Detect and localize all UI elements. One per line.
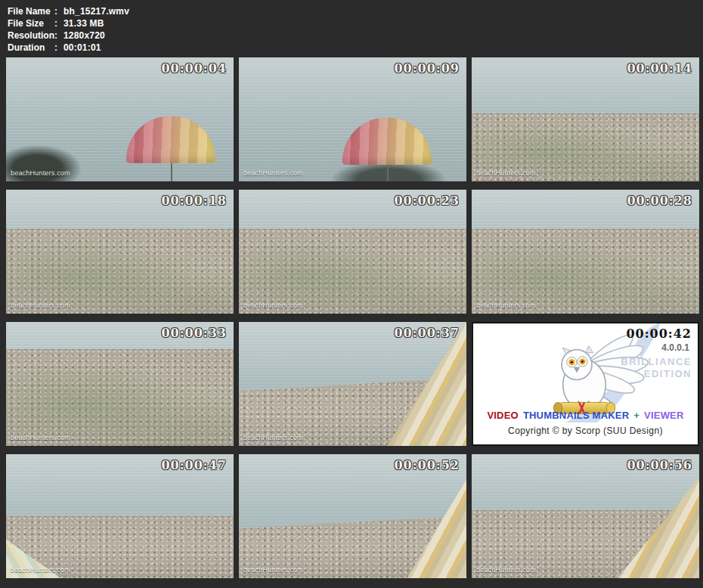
- separator: :: [54, 42, 63, 54]
- timestamp-overlay: 00:00:09: [394, 61, 460, 76]
- edition-text: BRILLIANCE EDITION: [621, 356, 692, 380]
- watermark-text: beachHunters.com: [243, 169, 303, 177]
- timestamp-overlay: 00:00:37: [394, 326, 460, 340]
- watermark-text: beachHunters.com: [476, 566, 536, 574]
- timestamp-overlay: 00:00:23: [394, 193, 460, 208]
- video-thumbnail[interactable]: 00:00:09 beachHunters.com: [239, 57, 466, 181]
- video-thumbnail[interactable]: 00:00:28 beachHunters.com: [472, 190, 699, 314]
- watermark-text: beachHunters.com: [11, 302, 70, 309]
- video-thumbnail[interactable]: 00:00:33 beachHunters.com: [6, 322, 234, 446]
- video-thumbnail[interactable]: 00:00:47 beachHunters.com: [6, 454, 234, 578]
- brand-tile: 00:00:42 4.0.0.1 BRILLIANCE EDITION VIDE…: [472, 322, 699, 446]
- video-thumbnail[interactable]: 00:00:56 beachHunters.com: [472, 454, 699, 578]
- timestamp-overlay: 00:00:18: [161, 193, 227, 208]
- timestamp-overlay: 00:00:47: [161, 458, 227, 472]
- app-title-thumbnails-maker: THUMBNAILS MAKER: [523, 410, 629, 421]
- resolution-value: 1280x720: [63, 30, 105, 41]
- separator: :: [54, 5, 63, 17]
- app-title-video: VIDEO: [487, 410, 518, 421]
- file-size-label: File Size: [8, 17, 54, 29]
- timestamp-overlay: 00:00:14: [627, 61, 692, 76]
- timestamp-overlay: 00:00:28: [627, 193, 692, 208]
- thumbnail-grid: 00:00:04 beachHunters.com 00:00:09 beach…: [6, 57, 699, 578]
- timestamp-overlay: 00:00:56: [627, 458, 692, 472]
- video-thumbnail[interactable]: 00:00:23 beachHunters.com: [239, 190, 466, 314]
- watermark-text: beachHunters.com: [11, 169, 70, 177]
- watermark-text: beachHunters.com: [11, 566, 70, 574]
- timestamp-overlay: 00:00:04: [161, 61, 227, 76]
- file-name-label: File Name: [8, 5, 54, 17]
- video-thumbnail[interactable]: 00:00:52 beachHunters.com: [239, 454, 466, 578]
- watermark-text: beachHunters.com: [243, 566, 303, 574]
- watermark-text: beachHunters.com: [243, 434, 303, 441]
- app-title-plus: +: [633, 410, 640, 421]
- duration-label: Duration: [8, 42, 54, 54]
- video-thumbnail[interactable]: 00:00:14 beachHunters.com: [472, 57, 699, 181]
- resolution-row: Resolution:1280x720: [8, 29, 129, 42]
- video-thumbnail[interactable]: 00:00:04 beachHunters.com: [6, 57, 234, 181]
- video-thumbnail[interactable]: 00:00:18 beachHunters.com: [6, 190, 234, 314]
- app-title-viewer: VIEWER: [644, 410, 683, 421]
- file-name-value: bh_15217.wmv: [63, 6, 129, 17]
- file-info-panel: File Name:bh_15217.wmv File Size:31.33 M…: [8, 5, 129, 54]
- duration-value: 00:01:01: [63, 42, 101, 53]
- resolution-label: Resolution: [8, 29, 54, 42]
- file-name-row: File Name:bh_15217.wmv: [8, 5, 129, 17]
- timestamp-overlay: 00:00:33: [161, 326, 227, 340]
- duration-row: Duration:00:01:01: [8, 42, 129, 54]
- pebble-beach-shape: [6, 349, 234, 446]
- edition-line-2: EDITION: [621, 368, 692, 380]
- watermark-text: beachHunters.com: [476, 169, 536, 177]
- edition-line-1: BRILLIANCE: [621, 356, 692, 368]
- timestamp-overlay: 00:00:52: [394, 458, 460, 472]
- watermark-text: beachHunters.com: [476, 302, 536, 309]
- timestamp-overlay: 00:00:42: [626, 326, 692, 341]
- file-size-row: File Size:31.33 MB: [8, 17, 129, 29]
- watermark-text: beachHunters.com: [11, 434, 70, 441]
- version-text: 4.0.0.1: [661, 342, 689, 353]
- video-thumbnail[interactable]: 00:00:37 beachHunters.com: [239, 322, 466, 446]
- file-size-value: 31.33 MB: [63, 18, 104, 29]
- watermark-text: beachHunters.com: [243, 302, 303, 309]
- app-title: VIDEO THUMBNAILS MAKER + VIEWER: [473, 410, 698, 421]
- copyright-text: Copyright © by Scorp (SUU Design): [473, 426, 698, 436]
- separator: :: [54, 29, 63, 42]
- separator: :: [54, 17, 63, 29]
